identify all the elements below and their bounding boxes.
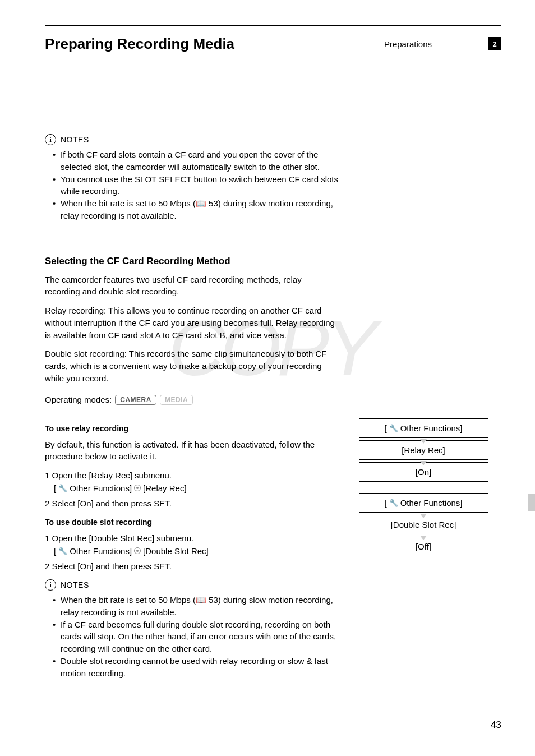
menu-arrow-icon [359, 460, 488, 462]
info-icon: i [45, 134, 56, 145]
wrench-icon: 🔧 [389, 424, 398, 432]
step: 1 Open the [Relay Rec] submenu. [45, 469, 336, 482]
menu-arrow-icon [359, 438, 488, 440]
page-title: Preparing Recording Media [45, 35, 234, 53]
step: 2 Select [On] and then press SET. [45, 497, 336, 510]
header-divider [375, 31, 375, 56]
menu-row: [🔧 Other Functions] [359, 418, 488, 438]
subheading-relay: To use relay recording [45, 424, 336, 433]
circle-icon [134, 547, 141, 554]
note-item: You cannot use the SLOT SELECT button to… [53, 173, 344, 198]
body-text: Double slot recording: This records the … [45, 348, 336, 384]
step: 1 Open the [Double Slot Rec] submenu. [45, 532, 336, 545]
body-text: The camcorder features two useful CF car… [45, 274, 336, 298]
notes-label: NOTES [61, 135, 89, 144]
menu-row: [🔧 Other Functions] [359, 493, 488, 513]
circle-icon [134, 485, 141, 491]
notes-list-2: When the bit rate is set to 50 Mbps (📖 5… [53, 594, 336, 679]
note-item: When the bit rate is set to 50 Mbps (📖 5… [53, 197, 344, 222]
wrench-icon: 🔧 [389, 499, 398, 507]
page-header: Preparing Recording Media Preparations 2 [45, 31, 501, 56]
body-text: Relay recording: This allows you to cont… [45, 305, 336, 341]
wrench-icon: 🔧 [58, 484, 67, 492]
menu-box-relay: [🔧 Other Functions] [Relay Rec] [On] [359, 418, 488, 482]
operating-modes-label: Operating modes: [45, 395, 112, 404]
step-detail: [🔧 Other Functions] [Double Slot Rec] [54, 546, 336, 556]
menu-arrow-icon [359, 534, 488, 537]
mode-badge-media: MEDIA [160, 395, 193, 405]
header-bottom-rule [45, 61, 501, 61]
notes-list-1: If both CF card slots contain a CF card … [53, 149, 501, 222]
notes-header-2: i NOTES [45, 579, 336, 591]
notes-header-1: i NOTES [45, 134, 501, 145]
menu-box-double: [🔧 Other Functions] [Double Slot Rec] [O… [359, 493, 488, 556]
section-heading: Selecting the CF Card Recording Method [45, 256, 501, 267]
chapter-number: 2 [488, 37, 501, 50]
subheading-double: To use double slot recording [45, 518, 336, 527]
note-item: If both CF card slots contain a CF card … [53, 149, 344, 173]
menu-arrow-icon [359, 513, 488, 515]
wrench-icon: 🔧 [58, 547, 67, 555]
notes-label: NOTES [61, 580, 89, 589]
operating-modes: Operating modes: CAMERA MEDIA [45, 395, 501, 405]
info-icon: i [45, 579, 56, 591]
note-item: Double slot recording cannot be used wit… [53, 655, 336, 680]
header-top-rule [45, 25, 501, 26]
note-item: If a CF card becomes full during double … [53, 619, 336, 655]
mode-badge-camera: CAMERA [115, 395, 156, 405]
note-item: When the bit rate is set to 50 Mbps (📖 5… [53, 594, 336, 619]
page-number: 43 [491, 720, 501, 731]
step-detail: [🔧 Other Functions] [Relay Rec] [54, 483, 336, 493]
breadcrumb: Preparations [384, 39, 432, 49]
body-text: By default, this function is activated. … [45, 439, 336, 463]
step: 2 Select [On] and then press SET. [45, 560, 336, 573]
